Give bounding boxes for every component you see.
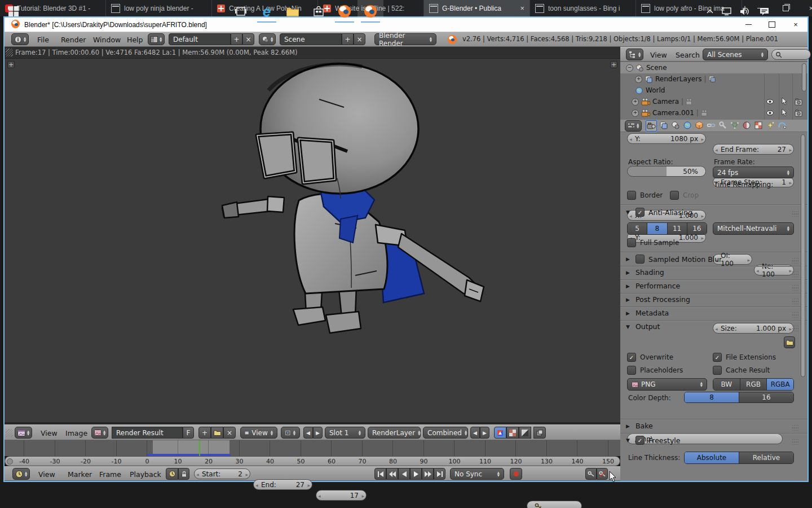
color-depth-segmented[interactable]: 8 16 xyxy=(684,392,794,403)
file-explorer-taskbar-icon[interactable] xyxy=(280,0,306,23)
hide-toggle[interactable] xyxy=(766,98,774,105)
render-toggle[interactable] xyxy=(795,98,803,106)
current-frame-playhead[interactable] xyxy=(199,440,200,456)
scene-name-field[interactable]: Scene xyxy=(280,33,342,45)
corner-grip[interactable] xyxy=(6,429,13,437)
edge-taskbar-icon[interactable]: e xyxy=(254,0,280,23)
tab-render[interactable] xyxy=(645,120,657,132)
color-mode-rgb[interactable]: RGB xyxy=(740,379,767,390)
section-shading[interactable]: ▶Shading:::::::: xyxy=(626,268,804,277)
tray-chevron-icon[interactable] xyxy=(703,0,717,23)
tray-network-icon[interactable] xyxy=(719,0,735,23)
render-engine-dropdown[interactable]: Blender Render▲▼ xyxy=(374,33,436,45)
aa-samples-11[interactable]: 11 xyxy=(668,223,687,234)
store-taskbar-icon[interactable] xyxy=(306,0,332,23)
start-button[interactable] xyxy=(0,0,27,23)
image-editor-type-button[interactable]: ▲▼ xyxy=(15,427,32,439)
next-slot-button[interactable]: ▶ xyxy=(313,427,323,439)
blender-close-button[interactable]: × xyxy=(784,17,807,32)
image-view-dropdown[interactable]: View▲▼ xyxy=(240,427,277,439)
open-image-button[interactable] xyxy=(211,427,223,439)
expand-icon[interactable]: + xyxy=(635,76,642,83)
placeholders-checkbox[interactable]: Placeholders xyxy=(627,366,683,375)
tab-material[interactable] xyxy=(741,120,752,131)
section-output[interactable]: ▼Output:::::::: xyxy=(626,322,804,331)
auto-keyframe-record-button[interactable] xyxy=(510,468,522,480)
aa-samples-5[interactable]: 5 xyxy=(628,223,647,234)
jump-to-start-button[interactable] xyxy=(374,468,386,480)
tray-volume-icon[interactable] xyxy=(737,0,754,23)
preview-range-clock-button[interactable] xyxy=(166,468,178,480)
menu-render[interactable]: Render xyxy=(61,33,86,47)
outliner-editor-type-button[interactable]: ▲▼ xyxy=(626,49,643,60)
end-frame-field[interactable]: End:27 xyxy=(253,479,312,490)
tab-particles[interactable] xyxy=(765,120,776,131)
file-extensions-checkbox[interactable]: ✓File Extensions xyxy=(713,353,776,362)
region-expand-plus-icon[interactable]: + xyxy=(610,61,617,68)
menu-file[interactable]: File xyxy=(37,33,49,47)
browser-close-button[interactable]: × xyxy=(798,0,812,16)
section-sampled-motion-blur[interactable]: ▶ Sampled Motion Blur:::::::: xyxy=(626,255,804,264)
cache-result-checkbox[interactable]: Cache Result xyxy=(713,366,770,375)
prev-keyframe-button[interactable] xyxy=(386,468,398,480)
render-layer-dropdown[interactable]: RenderLayer▲▼ xyxy=(368,427,421,439)
aa-filter-dropdown[interactable]: Mitchell-Netravali▲▼ xyxy=(713,222,794,235)
file-format-dropdown[interactable]: PNG▲▼ xyxy=(627,378,707,391)
start-frame-field[interactable]: Start:2 xyxy=(194,468,250,479)
menu-playback[interactable]: Playback xyxy=(130,467,161,481)
aa-samples-8[interactable]: 8 xyxy=(647,223,667,234)
outliner-filter-dropdown[interactable]: All Scenes▲▼ xyxy=(703,49,768,60)
delete-keyframe-button[interactable] xyxy=(597,468,608,480)
section-freestyle[interactable]: ▼✓ Freestyle:::::::: xyxy=(626,436,804,445)
corner-grip[interactable] xyxy=(6,49,13,56)
tab-modifiers[interactable] xyxy=(717,120,729,131)
outliner-row-scene[interactable]: − Scene xyxy=(620,62,807,73)
menu-marker[interactable]: Marker xyxy=(68,467,92,481)
resolution-y-field[interactable]: Y:1080 px xyxy=(627,133,706,144)
fake-user-button[interactable]: F xyxy=(183,427,194,439)
menu-window[interactable]: Window xyxy=(93,33,121,47)
task-view-button[interactable] xyxy=(228,0,254,23)
tab-object[interactable] xyxy=(694,120,705,131)
section-bake[interactable]: ▶Bake:::::::: xyxy=(626,422,804,430)
draw-channels-alpha-button[interactable] xyxy=(506,427,519,439)
menu-view[interactable]: View xyxy=(41,426,58,440)
aa-checkbox[interactable]: ✓ xyxy=(636,208,645,217)
aa-samples-16[interactable]: 16 xyxy=(687,223,707,234)
image-datablock-icon-button[interactable]: ▲▼ xyxy=(91,427,108,439)
ruler-scroller-knob[interactable] xyxy=(7,458,13,465)
tab-physics[interactable] xyxy=(776,120,788,131)
hide-toggle[interactable] xyxy=(766,110,774,116)
line-thickness-relative[interactable]: Relative xyxy=(739,452,793,463)
viewport-3d[interactable]: + + xyxy=(5,59,620,422)
expand-icon[interactable]: + xyxy=(632,110,639,117)
output-path-browse-button[interactable] xyxy=(784,336,795,348)
section-anti-aliasing[interactable]: ▼✓ Anti-Aliasing :::::::: xyxy=(626,208,804,217)
render-pass-dropdown[interactable]: Combined▲▼ xyxy=(423,427,468,439)
color-mode-segmented[interactable]: BW RGB RGBA xyxy=(713,378,794,391)
line-thickness-mode-segmented[interactable]: Absolute Relative xyxy=(684,452,794,464)
layout-selector-icon-button[interactable]: ▲▼ xyxy=(148,33,165,45)
layout-name-field[interactable]: Default xyxy=(169,33,231,45)
editor-type-button[interactable]: ▲▼ xyxy=(11,33,29,45)
play-button[interactable] xyxy=(410,468,422,480)
color-mode-rgba[interactable]: RGBA xyxy=(767,379,793,390)
scene-add-button[interactable]: + xyxy=(342,33,354,45)
draw-channels-z-button[interactable] xyxy=(519,427,531,439)
scene-delete-button[interactable]: × xyxy=(354,33,365,45)
full-sample-checkbox[interactable]: Full Sample xyxy=(627,238,679,247)
current-frame-field[interactable]: 17 xyxy=(316,490,367,501)
section-performance[interactable]: ▶Performance:::::::: xyxy=(626,282,804,290)
outliner-search-input[interactable] xyxy=(771,49,811,60)
frame-rate-dropdown[interactable]: 24 fps▲▼ xyxy=(713,167,794,178)
region-expand-plus-icon[interactable]: + xyxy=(7,61,15,68)
outliner-row-camera-001[interactable]: + Camera.001 | xyxy=(620,107,807,119)
lock-time-button[interactable] xyxy=(178,468,189,480)
properties-scrollbar[interactable] xyxy=(801,134,805,377)
draw-channels-shadow-button[interactable] xyxy=(533,427,546,439)
color-depth-16[interactable]: 16 xyxy=(739,392,793,402)
browser-tab[interactable]: low poly ninja blender - xyxy=(106,0,212,16)
resolution-percentage-slider[interactable]: 50% xyxy=(627,166,706,177)
tab-close-icon[interactable]: × xyxy=(518,4,526,12)
outliner-row-camera[interactable]: + Camera | xyxy=(620,96,807,107)
